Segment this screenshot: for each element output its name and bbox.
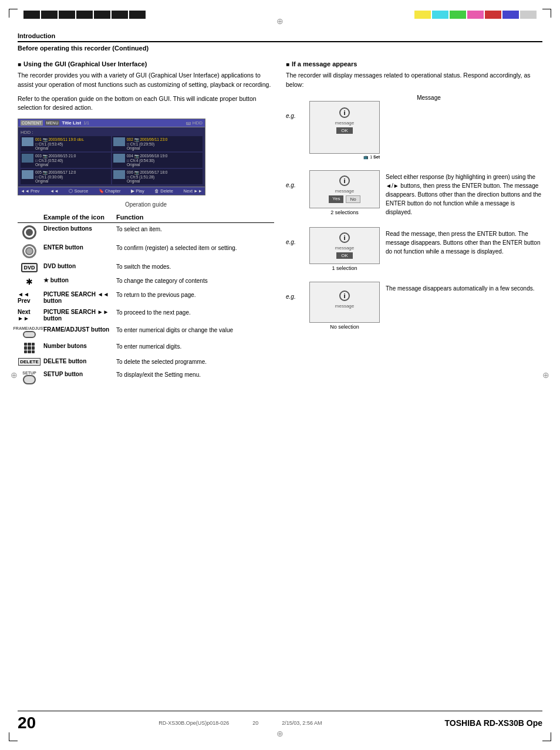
gui-body-2: Refer to the operation guide on the bott… xyxy=(18,94,274,113)
msg-message-text-3: message xyxy=(313,245,376,251)
right-column: If a message appears The recorder will d… xyxy=(286,60,542,389)
msg-info-icon-3: i xyxy=(339,232,350,243)
dvd-icon: DVD xyxy=(18,263,41,272)
main-content: Introduction Before operating this recor… xyxy=(18,32,542,715)
gui-titlebar: CONTENT MENU Title List 1/1 🖴 HDD xyxy=(18,119,205,127)
frame-icon: FRAME/ADJUST xyxy=(18,326,41,338)
star-function: To change the category of contents xyxy=(116,277,274,285)
direction-function: To select an item. xyxy=(116,225,274,234)
setup-function: To display/exit the Setting menu. xyxy=(116,371,274,379)
color-bars-right xyxy=(414,11,537,19)
next-icon: Next ►► xyxy=(18,309,41,322)
gui-title: Title List xyxy=(62,120,81,126)
star-icon: ✱ xyxy=(18,277,41,286)
number-function: To enter numerical digits. xyxy=(116,343,274,351)
section-header: Introduction xyxy=(18,32,542,42)
number-label: Number butons xyxy=(43,343,114,349)
reg-mark-left: ⊕ xyxy=(11,370,18,380)
eg-description-4: The message disappears automatically in … xyxy=(386,284,542,293)
msg-message-text-4: message xyxy=(313,303,376,309)
message-label-row: Message xyxy=(286,94,542,101)
msg-diagram-3: i message OK 1 selection xyxy=(309,227,380,271)
brand-name: TOSHIBA RD-XS30B Ope xyxy=(445,718,542,728)
enter-icon xyxy=(18,244,41,258)
msg-message-text-2: message xyxy=(313,188,376,194)
page-number: 20 xyxy=(18,714,36,732)
next-function: To proceed to the next page. xyxy=(116,309,274,317)
selections-label-4: No selection xyxy=(309,324,380,330)
eg-row-1: e.g. i message OK 📺 1 Set xyxy=(286,101,542,160)
footer-center: 20 xyxy=(252,720,258,726)
dvd-text: DVD xyxy=(21,263,37,272)
eg-label-2: e.g. xyxy=(286,182,303,188)
sub-header: Before operating this recorder (Continue… xyxy=(18,45,542,52)
msg-message-text-1: message xyxy=(313,120,376,126)
gui-caption: Operation guide xyxy=(18,201,274,208)
table-row: Next ►► PICTURE SEARCH ►► button To proc… xyxy=(18,309,274,322)
dvd-label: DVD button xyxy=(43,263,114,269)
enter-label: ENTER button xyxy=(43,244,114,251)
msg-diagram-4: i message No selection xyxy=(309,282,380,330)
prev-label: PICTURE SEARCH ◄◄ button xyxy=(43,291,114,304)
gui-body-1: The recorder provides you with a variety… xyxy=(18,71,274,90)
icon-table: Example of the icon Function Direction b… xyxy=(18,214,274,384)
col-header-function: Function xyxy=(116,214,274,221)
delete-function: To delete the selected programme. xyxy=(116,358,274,366)
prev-icon: ◄◄ Prev xyxy=(18,291,41,304)
message-label: Message xyxy=(417,94,441,101)
eg-label-4: e.g. xyxy=(286,293,303,300)
number-icon xyxy=(18,343,41,353)
table-headers: Example of the icon Function xyxy=(18,214,274,223)
right-section-title: If a message appears xyxy=(286,60,542,67)
delete-icon: DELETE xyxy=(18,358,41,366)
eg-description-2: Select either response (by highlighting … xyxy=(386,173,542,217)
col-header-icon: Example of the icon xyxy=(43,214,114,221)
msg-info-icon-4: i xyxy=(339,290,350,301)
msg-set-row: 📺 1 Set xyxy=(309,155,380,160)
msg-info-icon-2: i xyxy=(339,175,350,186)
selections-label-2: 2 selections xyxy=(309,210,380,215)
msg-ok-btn-1[interactable]: OK xyxy=(336,127,353,134)
msg-no-btn[interactable]: No xyxy=(346,195,360,203)
bottom-bar: 20 RD-XS30B.Ope(US)p018-026 20 2/15/03, … xyxy=(18,711,542,732)
left-section-title: Using the GUI (Graphical User Interface) xyxy=(18,60,274,67)
gui-screenshot: CONTENT MENU Title List 1/1 🖴 HDD HDD : xyxy=(18,119,205,195)
msg-yes-no: Yes No xyxy=(313,195,376,203)
gui-content: HDD : 001 📷 2003/06/11 19:0 obs. □ Ch:1 … xyxy=(18,127,205,187)
msg-diagram-1: i message OK 📺 1 Set xyxy=(309,101,380,160)
eg-row-4: e.g. i message No selection The message … xyxy=(286,282,542,330)
delete-label: DELETE button xyxy=(43,358,114,364)
left-column: Using the GUI (Graphical User Interface)… xyxy=(18,60,274,389)
eg-row-3: e.g. i message OK 1 selection Read the m… xyxy=(286,227,542,271)
reg-mark-right: ⊕ xyxy=(542,370,549,380)
eg-row-2: e.g. i message Yes No 2 selections Selec… xyxy=(286,170,542,217)
frame-label: FRAME/ADJUST button xyxy=(43,326,114,333)
table-row: Number butons To enter numerical digits. xyxy=(18,343,274,353)
direction-label: Direction buttons xyxy=(43,225,114,232)
enter-function: To confirm (register) a selected item or… xyxy=(116,244,274,252)
table-row: ◄◄ Prev PICTURE SEARCH ◄◄ button To retu… xyxy=(18,291,274,304)
msg-yes-btn[interactable]: Yes xyxy=(329,195,343,203)
footer-left: RD-XS30B.Ope(US)p018-026 xyxy=(158,720,229,726)
selections-label-3: 1 selection xyxy=(309,265,380,271)
footer-right: 2/15/03, 2:56 AM xyxy=(282,720,322,726)
table-row: DELETE DELETE button To delete the selec… xyxy=(18,358,274,366)
setup-icon: SETUP xyxy=(18,371,41,384)
footer-meta: RD-XS30B.Ope(US)p018-026 20 2/15/03, 2:5… xyxy=(158,720,322,726)
star-label: ★ button xyxy=(43,277,114,283)
two-col-layout: Using the GUI (Graphical User Interface)… xyxy=(18,60,542,389)
color-bars-left xyxy=(23,11,146,19)
msg-diagram-2: i message Yes No 2 selections xyxy=(309,170,380,215)
reg-mark-top: ⊕ xyxy=(276,16,284,26)
dvd-function: To switch the modes. xyxy=(116,263,274,271)
gui-hdd-indicator: 🖴 HDD xyxy=(186,120,203,126)
setup-label: SETUP button xyxy=(43,371,114,377)
msg-info-icon-1: i xyxy=(339,107,350,118)
frame-function: To enter numerical digits or change the … xyxy=(116,326,274,335)
next-label: PICTURE SEARCH ►► button xyxy=(43,309,114,322)
table-row: FRAME/ADJUST FRAME/ADJUST button To ente… xyxy=(18,326,274,338)
msg-ok-btn-3[interactable]: OK xyxy=(336,252,353,259)
gui-navbar: ◄◄ Prev ◄◄ ⬡ Source 🔖 Chapter ▶ Play 🗑 D… xyxy=(18,187,205,195)
eg-label-3: e.g. xyxy=(286,239,303,245)
eg-label-1: e.g. xyxy=(286,113,303,119)
